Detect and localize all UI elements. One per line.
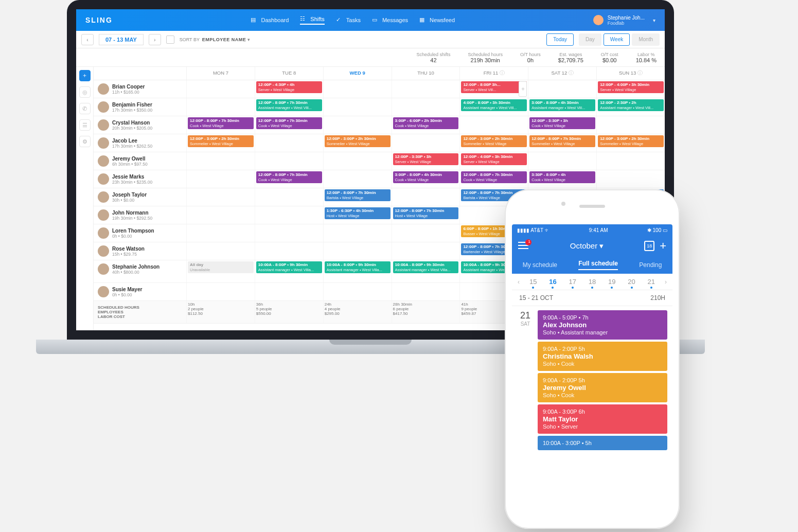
phone-day[interactable]: 15: [523, 278, 543, 286]
shift-block[interactable]: 12:00P - 3:00P • 2h 30minSommelier • Wes…: [188, 135, 254, 147]
phone-shift[interactable]: 9:00A - 2:00P 5hJeremy OwellSoho • Cook: [538, 373, 667, 402]
shift-block[interactable]: 12:00P - 4:00P • 3h 30minServer • West V…: [598, 81, 664, 93]
shift-block[interactable]: 12:00P - 3:00P • 2h 30minSommelier • Wes…: [325, 135, 391, 147]
shift-block[interactable]: 12:00P - 8:00P • 7h 30minCook • West Vil…: [256, 171, 322, 183]
phone-day[interactable]: 17: [563, 278, 582, 286]
employee-cell[interactable]: Brian Cooper11h • $165.00: [95, 81, 185, 97]
phone-shift[interactable]: 9:00A - 3:00P 6hMatt TaylorSoho • Server: [538, 404, 667, 434]
add-shift-button[interactable]: ＋: [79, 70, 91, 81]
messages-icon: ▭: [372, 16, 379, 24]
view-day[interactable]: Day: [579, 33, 601, 46]
nav-shifts[interactable]: ☷Shifts: [300, 15, 325, 25]
shift-block[interactable]: 3:00P - 6:00P • 2h 30minCook • West Vill…: [393, 117, 459, 129]
phone-shift[interactable]: 9:00A - 2:00P 5hChristina WalshSoho • Co…: [538, 342, 667, 371]
shift-block[interactable]: 12:00P - 8:00P 3h...Server • West Vill..…: [461, 81, 527, 93]
shift-block[interactable]: 12:00P - 8:00P • 7h 30minHost • West Vil…: [393, 207, 459, 219]
phone-day[interactable]: 20: [622, 278, 641, 286]
shift-block[interactable]: All dayUnavailable: [188, 261, 254, 273]
phone-tab[interactable]: Pending: [639, 261, 662, 269]
nav-dashboard[interactable]: ▤Dashboard: [251, 15, 289, 25]
employee-cell[interactable]: Jessie Marks23h 30min • $235.00: [95, 171, 185, 187]
day-header[interactable]: SAT 12 ⓘ: [528, 67, 596, 80]
view-month[interactable]: Month: [632, 33, 660, 46]
employee-cell[interactable]: Jacob Lee17h 30min • $262.50: [95, 135, 185, 151]
add-shift-icon[interactable]: ＋: [519, 81, 527, 97]
shift-block[interactable]: 1:30P - 6:30P • 4h 30minHost • West Vill…: [325, 207, 391, 219]
employee-cell[interactable]: Benjamin Fisher17h 30min • $350.00: [95, 99, 185, 115]
shift-block[interactable]: 10:00A - 8:00P • 9h 30minAssistant manag…: [393, 261, 459, 273]
today-button[interactable]: Today: [546, 33, 574, 46]
nav-messages[interactable]: ▭Messages: [372, 15, 408, 25]
employee-cell[interactable]: Joseph Taylor30h • $0.00: [95, 189, 185, 205]
avatar: [98, 173, 109, 185]
nav-tasks[interactable]: ✓Tasks: [336, 15, 361, 25]
shift-block[interactable]: 12:00P - 3:00P • 2h 30minSommelier • Wes…: [461, 135, 527, 147]
shift-block[interactable]: 3:30P - 8:00P • 4hCook • West Village: [529, 171, 595, 183]
prev-week-button[interactable]: ‹: [81, 34, 94, 45]
days-next[interactable]: ›: [661, 278, 670, 286]
rail-location-icon[interactable]: ◎: [79, 86, 91, 98]
day-header[interactable]: SUN 13 ⓘ: [596, 67, 665, 80]
shift-block[interactable]: 12:00P - 4:00P • 3h 30minServer • West V…: [461, 153, 527, 165]
phone-range: 15 - 21 OCT 210H: [512, 290, 672, 306]
rail-list-icon[interactable]: ☰: [79, 119, 91, 131]
shift-block[interactable]: 3:00P - 8:00P • 4h 30minCook • West Vill…: [393, 171, 459, 183]
shift-block[interactable]: 3:00P - 8:00P • 4h 30minAssistant manage…: [529, 99, 595, 111]
date-range[interactable]: 07 - 13 MAY: [99, 34, 144, 45]
day-header[interactable]: FRI 11 ⓘ: [459, 67, 528, 80]
notification-badge: 1: [528, 239, 530, 244]
select-all-checkbox[interactable]: [166, 36, 174, 44]
day-header[interactable]: TUE 8: [255, 67, 323, 80]
nav-newsfeed[interactable]: ▦Newsfeed: [419, 15, 455, 25]
employee-row: Jessie Marks23h 30min • $235.0012:00P - …: [94, 170, 665, 188]
shift-block[interactable]: 12:00P - 3:30P • 3hServer • West Village: [393, 153, 459, 165]
employee-row: Crystal Hanson20h 30min • $205.0012:00P …: [94, 116, 665, 134]
nav-group: ▤Dashboard☷Shifts✓Tasks▭Messages▦Newsfee…: [251, 15, 455, 25]
phone-tab[interactable]: My schedule: [523, 261, 557, 269]
avatar: [593, 15, 604, 25]
shift-block[interactable]: 12:00P - 3:00P • 2h 30minSommelier • Wes…: [598, 135, 664, 147]
sort-by[interactable]: SORT BY EMPLOYEE NAME ▾: [180, 37, 250, 42]
shift-block[interactable]: 12:00P - 8:00P • 7h 30minAssistant manag…: [256, 99, 322, 111]
rail-phone-icon[interactable]: ✆: [79, 103, 91, 114]
employee-cell[interactable]: Loren Thompson0h • $0.00: [95, 225, 185, 241]
calendar-icon[interactable]: 18: [644, 241, 654, 251]
shift-block[interactable]: 12:00P - 2:30P • 2hAssistant manager • W…: [598, 99, 664, 111]
view-week[interactable]: Week: [604, 33, 630, 46]
shift-block[interactable]: 10:00A - 8:00P • 9h 30minAssistant manag…: [325, 261, 391, 273]
employee-cell[interactable]: Crystal Hanson20h 30min • $205.00: [95, 117, 185, 133]
phone-day[interactable]: 18: [582, 278, 602, 286]
shift-block[interactable]: 10:00A - 8:00P • 9h 30minAssistant manag…: [256, 261, 322, 273]
employee-cell[interactable]: Stephanie Johnson40h • $800.00: [95, 261, 185, 277]
day-header[interactable]: WED 9: [323, 67, 392, 80]
shift-block[interactable]: 12:00P - 8:00P • 7h 30minBarista • West …: [325, 189, 391, 201]
phone-day[interactable]: 19: [602, 278, 622, 286]
shift-block[interactable]: 4:00P - 8:00P • 3h 30minAssistant manage…: [461, 99, 527, 111]
shift-block[interactable]: 12:00P - 8:00P • 7h 30minCook • West Vil…: [461, 171, 527, 183]
day-header[interactable]: THU 10: [392, 67, 460, 80]
day-header[interactable]: MON 7: [186, 67, 255, 80]
shift-block[interactable]: 12:00P - 4:30P • 4hServer • West Village: [256, 81, 322, 93]
employee-cell[interactable]: John Normann19h 30min • $292.50: [95, 207, 185, 223]
day-weekday: SAT: [517, 321, 534, 327]
shift-block[interactable]: 12:00P - 8:00P • 7h 30minCook • West Vil…: [188, 117, 254, 129]
employee-cell[interactable]: Susie Mayer0h • $0.00: [95, 284, 185, 299]
user-menu[interactable]: Stephanie Joh... Foodlab ▾: [593, 15, 655, 26]
menu-icon[interactable]: 1: [518, 241, 529, 251]
days-prev[interactable]: ‹: [514, 278, 523, 286]
phone-tab[interactable]: Full schedule: [578, 260, 618, 270]
next-week-button[interactable]: ›: [149, 34, 161, 45]
shift-block[interactable]: 12:00P - 3:30P • 3hCook • West Village: [529, 117, 595, 129]
employee-cell[interactable]: Jeremy Owell6h 30min • $97.50: [95, 153, 185, 169]
phone-shift[interactable]: 10:00A - 3:00P • 5h: [538, 436, 667, 450]
stat: O/T cost$0.00: [601, 52, 618, 63]
phone-day[interactable]: 21: [642, 278, 661, 286]
shift-block[interactable]: 12:00P - 8:00P • 7h 30minSommelier • Wes…: [529, 135, 595, 147]
phone-day[interactable]: 16: [543, 278, 562, 286]
shift-block[interactable]: 12:00P - 8:00P • 7h 30minCook • West Vil…: [256, 117, 322, 129]
add-icon[interactable]: +: [660, 239, 666, 253]
employee-cell[interactable]: Rose Watson15h • $29.75: [95, 243, 185, 259]
phone-title[interactable]: October ▾: [529, 241, 644, 251]
rail-filter-icon[interactable]: ⚙: [79, 136, 91, 147]
phone-shift[interactable]: 9:00A - 5:00P • 7hAlex JohnsonSoho • Ass…: [538, 310, 667, 340]
